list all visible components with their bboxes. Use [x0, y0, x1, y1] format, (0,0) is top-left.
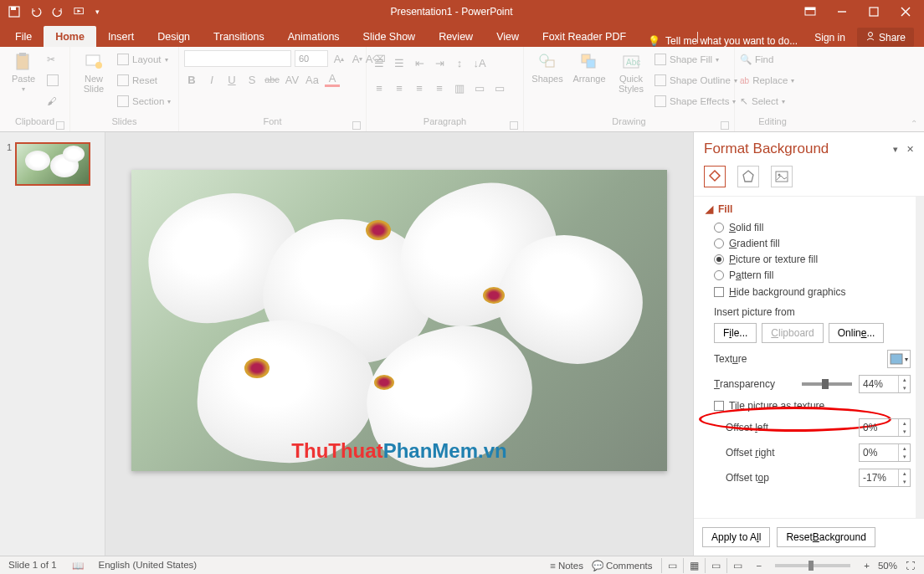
- apply-to-all-button[interactable]: Apply to All: [702, 527, 770, 547]
- tell-me-box[interactable]: 💡 Tell me what you want to do...: [638, 35, 814, 47]
- offset-top-value[interactable]: -17%▴▾: [859, 469, 911, 487]
- shape-effects-button[interactable]: Shape Effects▾: [654, 92, 737, 110]
- ribbon-display-icon[interactable]: [803, 5, 817, 18]
- decrease-indent-button[interactable]: ⇤: [412, 55, 427, 70]
- cut-button[interactable]: ✂: [47, 50, 59, 69]
- maximize-icon[interactable]: [867, 5, 880, 18]
- bullets-button[interactable]: ☰: [372, 55, 387, 70]
- zoom-slider[interactable]: [775, 564, 850, 567]
- reading-view-button[interactable]: ▭: [705, 558, 726, 573]
- texture-picker[interactable]: ▾: [887, 350, 911, 368]
- online-button[interactable]: Online...: [829, 323, 885, 343]
- sorter-view-button[interactable]: ▦: [683, 558, 705, 573]
- pane-dropdown-icon[interactable]: ▾: [893, 144, 898, 155]
- section-button[interactable]: Section▾: [117, 92, 171, 110]
- shape-fill-button[interactable]: Shape Fill▾: [654, 50, 737, 69]
- picture-tab-icon[interactable]: [771, 166, 793, 187]
- shape-outline-button[interactable]: Shape Outline▾: [654, 71, 737, 90]
- solid-fill-radio[interactable]: Solid fill: [714, 222, 911, 233]
- tab-foxit[interactable]: Foxit Reader PDF: [531, 26, 638, 47]
- paste-button[interactable]: Paste ▾: [5, 50, 42, 93]
- normal-view-button[interactable]: ▭: [661, 558, 683, 573]
- numbering-button[interactable]: ☰: [392, 55, 407, 70]
- format-painter-button[interactable]: 🖌: [47, 92, 59, 110]
- picture-fill-radio[interactable]: Picture or texture fill: [714, 254, 911, 265]
- text-direction-button[interactable]: ↓A: [472, 55, 487, 70]
- transparency-value[interactable]: 44%▴▾: [859, 375, 911, 393]
- tab-transitions[interactable]: Transitions: [202, 26, 276, 47]
- drawing-launcher[interactable]: [721, 121, 729, 130]
- zoom-in-button[interactable]: +: [864, 561, 870, 571]
- align-text-button[interactable]: ▭: [472, 80, 487, 95]
- tab-slideshow[interactable]: Slide Show: [352, 26, 428, 47]
- slide-thumbnail-1[interactable]: [15, 142, 90, 186]
- slide-edit-area[interactable]: ThuThuatPhanMem.vn: [105, 132, 693, 556]
- start-from-beginning-icon[interactable]: [74, 6, 85, 18]
- font-color-button[interactable]: A: [325, 72, 340, 87]
- minimize-icon[interactable]: [835, 5, 849, 18]
- pattern-fill-radio[interactable]: Pattern fill: [714, 269, 911, 281]
- font-family-combo[interactable]: [184, 50, 291, 67]
- copy-button[interactable]: [47, 71, 59, 90]
- fit-to-window-button[interactable]: ⛶: [906, 561, 916, 571]
- find-button[interactable]: 🔍Find: [740, 50, 794, 69]
- align-center-button[interactable]: ≡: [392, 80, 407, 95]
- quick-styles-button[interactable]: Abc Quick Styles: [613, 50, 649, 94]
- bold-button[interactable]: B: [184, 72, 199, 87]
- hide-bg-graphics-check[interactable]: Hide background graphics: [714, 286, 911, 298]
- comments-button[interactable]: 💬Comments: [592, 560, 653, 571]
- align-right-button[interactable]: ≡: [412, 80, 427, 95]
- change-case-button[interactable]: Aa: [305, 72, 320, 87]
- font-size-combo[interactable]: 60: [295, 50, 328, 67]
- slide-canvas[interactable]: ThuThuatPhanMem.vn: [131, 170, 667, 471]
- line-spacing-button[interactable]: ↕: [452, 55, 467, 70]
- gradient-fill-radio[interactable]: Gradient fill: [714, 238, 911, 249]
- notes-button[interactable]: ≡Notes: [550, 561, 583, 571]
- offset-right-value[interactable]: 0%▴▾: [859, 443, 911, 462]
- pane-close-icon[interactable]: ✕: [906, 144, 914, 155]
- smartart-button[interactable]: ▭: [492, 80, 507, 95]
- zoom-out-button[interactable]: −: [757, 561, 762, 571]
- transparency-slider[interactable]: [802, 382, 852, 386]
- shapes-button[interactable]: Shapes: [529, 50, 566, 84]
- offset-left-value[interactable]: 0%▴▾: [859, 418, 911, 437]
- file-button[interactable]: File...: [714, 323, 757, 343]
- italic-button[interactable]: I: [204, 72, 219, 87]
- tab-animations[interactable]: Animations: [276, 26, 352, 47]
- redo-icon[interactable]: [52, 6, 64, 18]
- reset-button[interactable]: Reset: [117, 71, 171, 90]
- undo-icon[interactable]: [30, 6, 42, 18]
- decrease-font-icon[interactable]: A▾: [350, 51, 365, 66]
- underline-button[interactable]: U: [224, 72, 239, 87]
- slideshow-view-button[interactable]: ▭: [726, 558, 748, 573]
- reset-background-button[interactable]: Reset Background: [777, 527, 875, 547]
- strike-button[interactable]: abc: [264, 72, 280, 87]
- fill-tab-icon[interactable]: [704, 166, 726, 187]
- clipboard-launcher[interactable]: [56, 121, 64, 130]
- new-slide-button[interactable]: New Slide: [75, 50, 112, 94]
- fill-section-header[interactable]: ◢ Fill: [706, 203, 911, 215]
- replace-button[interactable]: abReplace▾: [740, 71, 794, 90]
- tab-insert[interactable]: Insert: [96, 26, 146, 47]
- save-icon[interactable]: [8, 6, 20, 18]
- justify-button[interactable]: ≡: [432, 80, 447, 95]
- tab-home[interactable]: Home: [44, 26, 96, 47]
- language-status[interactable]: English (United States): [99, 560, 198, 571]
- arrange-button[interactable]: Arrange: [571, 50, 608, 84]
- layout-button[interactable]: Layout▾: [117, 50, 171, 69]
- tab-review[interactable]: Review: [427, 26, 485, 47]
- font-launcher[interactable]: [352, 121, 361, 130]
- paragraph-launcher[interactable]: [510, 121, 518, 130]
- increase-font-icon[interactable]: A▴: [331, 51, 346, 66]
- shadow-button[interactable]: S: [244, 72, 259, 87]
- char-spacing-button[interactable]: AV: [285, 72, 300, 87]
- increase-indent-button[interactable]: ⇥: [432, 55, 447, 70]
- sign-in-link[interactable]: Sign in: [814, 32, 845, 44]
- effects-tab-icon[interactable]: [737, 166, 759, 187]
- collapse-ribbon-icon[interactable]: ⌃: [911, 119, 917, 128]
- align-left-button[interactable]: ≡: [372, 80, 387, 95]
- columns-button[interactable]: ▥: [452, 80, 467, 95]
- tab-design[interactable]: Design: [146, 26, 202, 47]
- tile-picture-check[interactable]: Tile picture as texture: [714, 400, 911, 412]
- close-icon[interactable]: [899, 5, 912, 18]
